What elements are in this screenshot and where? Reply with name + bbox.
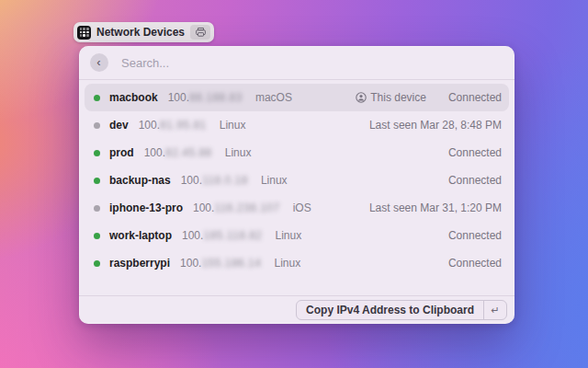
redacted-ip: 118.0.18 xyxy=(202,174,248,187)
redacted-ip: 155.186.14 xyxy=(201,257,261,270)
redacted-ip: 88.188.83 xyxy=(189,91,243,104)
person-circle-icon xyxy=(356,92,367,103)
device-name: dev xyxy=(109,119,129,132)
printer-icon xyxy=(190,25,210,40)
device-row[interactable]: prod 100.82.45.88 Linux Connected xyxy=(85,139,509,167)
device-name: work-laptop xyxy=(109,229,172,242)
status-dot xyxy=(94,260,100,267)
device-ip: 100.118.0.18 xyxy=(181,174,248,187)
device-os: Linux xyxy=(276,229,302,242)
device-ip: 100.88.188.83 xyxy=(168,91,243,104)
device-row[interactable]: raspberrypi 100.155.186.14 Linux Connect… xyxy=(85,249,509,277)
device-status: Connected xyxy=(448,91,502,104)
device-status: Connected xyxy=(448,257,502,270)
device-status: Last seen Mar 31, 1:20 PM xyxy=(369,201,502,214)
command-pill-label: Network Devices xyxy=(96,26,185,39)
device-row[interactable]: macbook 100.88.188.83 macOS This device … xyxy=(85,84,509,111)
device-ip: 100.155.186.14 xyxy=(180,257,261,270)
device-status: Connected xyxy=(448,146,502,159)
device-os: Linux xyxy=(225,146,252,159)
status-dot xyxy=(94,122,100,129)
device-ip: 100.82.45.88 xyxy=(144,146,212,159)
redacted-ip: 81.95.81 xyxy=(160,119,207,132)
device-os: Linux xyxy=(274,257,300,270)
device-os: iOS xyxy=(293,201,311,214)
device-row[interactable]: backup-nas 100.118.0.18 Linux Connected xyxy=(85,167,509,194)
device-status: Connected xyxy=(448,174,502,187)
status-dot xyxy=(94,178,100,184)
status-dot xyxy=(94,233,100,239)
command-pill[interactable]: Network Devices xyxy=(74,22,214,42)
device-name: backup-nas xyxy=(109,174,171,187)
this-device-label: This device xyxy=(370,91,426,104)
device-os: Linux xyxy=(261,174,288,187)
device-status: Connected xyxy=(448,229,502,242)
status-dot xyxy=(94,205,100,212)
copy-ipv4-button[interactable]: Copy IPv4 Address to Clipboard ↵ xyxy=(296,300,507,320)
tailscale-grid-icon xyxy=(77,26,91,40)
device-os: macOS xyxy=(255,91,292,104)
device-ip: 100.116.238.107 xyxy=(193,201,280,214)
device-list: macbook 100.88.188.83 macOS This device … xyxy=(79,80,514,295)
device-name: raspberrypi xyxy=(109,257,170,270)
back-button[interactable]: ‹ xyxy=(90,53,108,72)
redacted-ip: 116.238.107 xyxy=(214,201,279,214)
chevron-left-icon: ‹ xyxy=(96,56,100,68)
this-device-badge: This device xyxy=(356,91,426,104)
device-os: Linux xyxy=(220,119,246,132)
search-input[interactable] xyxy=(119,55,503,71)
search-bar: ‹ xyxy=(79,46,514,80)
copy-ipv4-label: Copy IPv4 Address to Clipboard xyxy=(297,304,483,316)
device-row[interactable]: iphone-13-pro 100.116.238.107 iOS Last s… xyxy=(85,194,509,222)
return-key-icon: ↵ xyxy=(483,301,506,319)
device-ip: 100.81.95.81 xyxy=(139,119,207,132)
redacted-ip: 185.118.82 xyxy=(203,229,262,242)
device-status: Last seen Mar 28, 8:48 PM xyxy=(369,119,502,132)
status-dot xyxy=(94,150,100,156)
redacted-ip: 82.45.88 xyxy=(165,146,212,159)
action-bar: Copy IPv4 Address to Clipboard ↵ xyxy=(79,295,514,324)
device-row[interactable]: work-laptop 100.185.118.82 Linux Connect… xyxy=(85,222,509,249)
device-ip: 100.185.118.82 xyxy=(182,229,263,242)
status-dot xyxy=(94,95,100,101)
device-name: iphone-13-pro xyxy=(109,201,183,214)
device-name: prod xyxy=(109,146,134,159)
device-name: macbook xyxy=(109,91,158,104)
device-row[interactable]: dev 100.81.95.81 Linux Last seen Mar 28,… xyxy=(85,111,509,139)
network-devices-window: ‹ macbook 100.88.188.83 macOS This devic… xyxy=(79,46,514,324)
